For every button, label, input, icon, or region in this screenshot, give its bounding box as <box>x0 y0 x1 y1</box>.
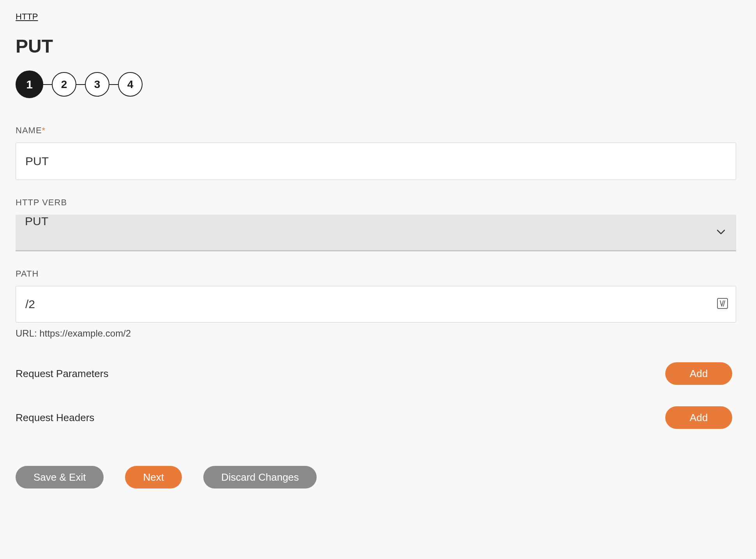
step-4[interactable]: 4 <box>118 72 143 97</box>
url-hint: URL: https://example.com/2 <box>16 328 740 339</box>
save-exit-button[interactable]: Save & Exit <box>16 466 104 488</box>
name-input[interactable] <box>16 143 736 180</box>
step-connector <box>76 84 85 85</box>
url-hint-value: https://example.com/2 <box>39 328 131 339</box>
step-3[interactable]: 3 <box>85 72 109 97</box>
next-button[interactable]: Next <box>125 466 182 488</box>
http-verb-label: HTTP VERB <box>16 198 740 208</box>
stepper: 1 2 3 4 <box>16 71 740 98</box>
action-bar: Save & Exit Next Discard Changes <box>16 466 740 488</box>
step-connector <box>109 84 118 85</box>
url-hint-prefix: URL: <box>16 328 39 339</box>
breadcrumb-http[interactable]: HTTP <box>16 12 38 21</box>
discard-changes-button[interactable]: Discard Changes <box>203 466 317 488</box>
http-verb-select[interactable]: PUT <box>16 215 736 251</box>
name-label-text: NAME <box>16 125 42 135</box>
step-connector <box>43 84 52 85</box>
request-parameters-title: Request Parameters <box>16 368 108 380</box>
step-2[interactable]: 2 <box>52 72 76 97</box>
add-parameter-button[interactable]: Add <box>665 362 732 385</box>
path-input[interactable] <box>16 286 736 323</box>
step-1[interactable]: 1 <box>16 71 43 98</box>
page-title: PUT <box>16 35 740 57</box>
request-headers-title: Request Headers <box>16 412 94 424</box>
name-label: NAME* <box>16 125 740 136</box>
required-asterisk-icon: * <box>42 125 46 135</box>
add-header-button[interactable]: Add <box>665 406 732 429</box>
variable-picker-icon[interactable] <box>717 298 728 311</box>
path-label: PATH <box>16 269 740 279</box>
